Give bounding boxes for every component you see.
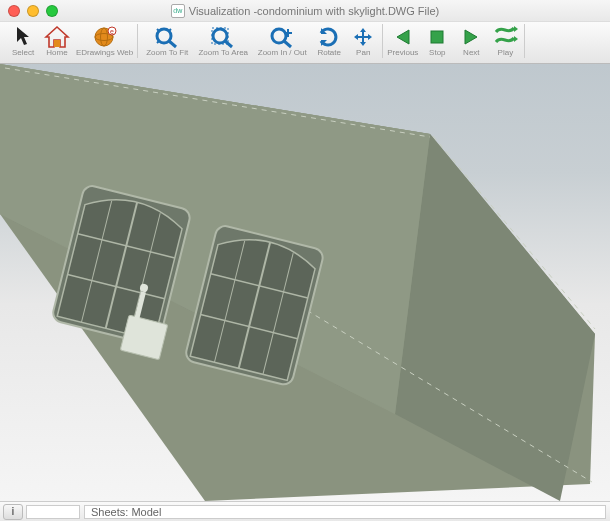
svg-point-11 (272, 29, 286, 43)
next-button[interactable]: Next (454, 22, 488, 57)
zoom-fit-icon (152, 24, 182, 50)
window-title-wrap: dw Visualization -condominium with skyli… (0, 4, 610, 18)
zoom-inout-icon (267, 24, 297, 50)
zoom-area-label: Zoom To Area (198, 49, 248, 57)
next-icon (456, 24, 486, 50)
separator (382, 24, 383, 58)
svg-line-12 (284, 41, 291, 47)
toolbar: Select Home e EDrawings Web Zoom To Fit … (0, 22, 610, 64)
traffic-lights (8, 5, 58, 17)
svg-rect-13 (431, 31, 443, 43)
play-icon (490, 24, 520, 50)
rotate-icon (314, 24, 344, 50)
separator (524, 24, 525, 58)
app-icon: dw (171, 4, 185, 18)
zoom-fit-label: Zoom To Fit (146, 49, 188, 57)
edrawings-web-label: EDrawings Web (76, 49, 133, 57)
pan-icon (348, 24, 378, 50)
maximize-icon[interactable] (46, 5, 58, 17)
globe-icon: e (90, 24, 120, 50)
select-button[interactable]: Select (6, 22, 40, 57)
statusbar: i Sheets: Model (0, 501, 610, 521)
sheets-value: Model (131, 506, 161, 518)
home-icon (42, 24, 72, 50)
previous-label: Previous (387, 49, 418, 57)
previous-button[interactable]: Previous (385, 22, 420, 57)
window-title: Visualization -condominium with skylight… (189, 5, 439, 17)
sheets-label: Sheets: (91, 506, 128, 518)
select-label: Select (12, 49, 34, 57)
svg-text:e: e (110, 28, 114, 35)
zoom-area-button[interactable]: Zoom To Area (194, 22, 252, 57)
stop-label: Stop (429, 49, 445, 57)
viewport-3d[interactable] (0, 64, 610, 501)
separator (137, 24, 138, 58)
minimize-icon[interactable] (27, 5, 39, 17)
info-button[interactable]: i (3, 504, 23, 520)
play-label: Play (498, 49, 514, 57)
home-button[interactable]: Home (40, 22, 74, 57)
zoom-area-icon (208, 24, 238, 50)
pan-button[interactable]: Pan (346, 22, 380, 57)
edrawings-web-button[interactable]: e EDrawings Web (74, 22, 135, 57)
next-label: Next (463, 49, 479, 57)
zoom-fit-button[interactable]: Zoom To Fit (140, 22, 194, 57)
sheets-selector[interactable]: Sheets: Model (84, 505, 606, 519)
play-button[interactable]: Play (488, 22, 522, 57)
zoom-inout-button[interactable]: Zoom In / Out (252, 22, 312, 57)
stop-icon (422, 24, 452, 50)
status-slot-empty (26, 505, 80, 519)
stop-button[interactable]: Stop (420, 22, 454, 57)
svg-point-6 (157, 29, 171, 43)
rotate-button[interactable]: Rotate (312, 22, 346, 57)
close-icon[interactable] (8, 5, 20, 17)
cursor-icon (8, 24, 38, 50)
titlebar: dw Visualization -condominium with skyli… (0, 0, 610, 22)
previous-icon (388, 24, 418, 50)
model-3d (0, 64, 610, 501)
zoom-inout-label: Zoom In / Out (258, 49, 307, 57)
svg-point-8 (213, 29, 227, 43)
home-label: Home (46, 49, 67, 57)
svg-rect-0 (54, 40, 60, 47)
pan-label: Pan (356, 49, 370, 57)
rotate-label: Rotate (317, 49, 341, 57)
